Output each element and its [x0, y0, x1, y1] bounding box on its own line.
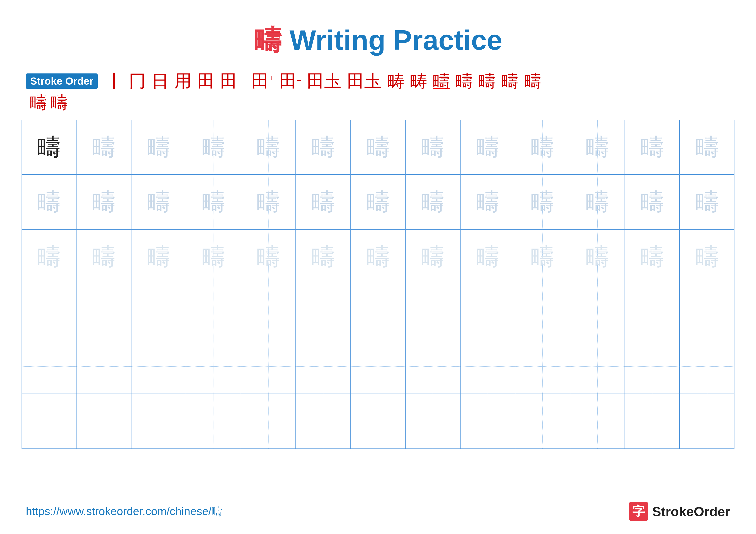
practice-char: 疇 [421, 131, 445, 163]
grid-cell[interactable] [351, 284, 405, 339]
grid-cell[interactable]: 疇 [515, 229, 570, 284]
grid-cell[interactable] [460, 394, 515, 448]
grid-cell[interactable]: 疇 [296, 229, 350, 284]
grid-cell[interactable] [515, 339, 570, 394]
grid-cell[interactable] [131, 339, 186, 394]
stroke-order-badge: Stroke Order [26, 73, 97, 89]
grid-cell[interactable] [680, 394, 734, 448]
practice-char: 疇 [695, 186, 719, 218]
grid-cell[interactable] [241, 339, 296, 394]
grid-cell[interactable] [186, 394, 241, 448]
grid-cell[interactable] [186, 339, 241, 394]
grid-cell[interactable] [680, 284, 734, 339]
grid-cell[interactable] [76, 284, 131, 339]
grid-cell[interactable]: 疇 [570, 174, 625, 229]
grid-cell[interactable] [76, 394, 131, 448]
grid-cell[interactable] [186, 284, 241, 339]
grid-cell[interactable] [625, 394, 680, 448]
grid-cell[interactable] [405, 394, 460, 448]
grid-cell[interactable]: 疇 [186, 174, 241, 229]
stroke-2: 冂 [129, 72, 146, 89]
grid-cell[interactable] [296, 394, 350, 448]
grid-cell[interactable]: 疇 [186, 229, 241, 284]
grid-cell[interactable] [351, 339, 405, 394]
grid-cell[interactable] [405, 284, 460, 339]
grid-cell[interactable]: 疇 [680, 229, 734, 284]
grid-cell[interactable]: 疇 [460, 229, 515, 284]
practice-char: 疇 [640, 131, 664, 163]
grid-cell[interactable] [76, 339, 131, 394]
grid-cell[interactable] [241, 284, 296, 339]
grid-cell[interactable]: 疇 [405, 120, 460, 174]
grid-cell[interactable] [21, 339, 76, 394]
stroke-7: 田+ [252, 72, 274, 89]
grid-cell[interactable]: 疇 [570, 229, 625, 284]
grid-cell[interactable]: 疇 [405, 174, 460, 229]
grid-cell[interactable]: 疇 [241, 120, 296, 174]
grid-cell[interactable] [296, 284, 350, 339]
grid-cell[interactable]: 疇 [515, 120, 570, 174]
grid-cell[interactable]: 疇 [76, 229, 131, 284]
stroke-19: 疇 [50, 94, 68, 111]
grid-cell[interactable]: 疇 [21, 229, 76, 284]
practice-char: 疇 [366, 241, 390, 273]
logo-icon: 字 [629, 502, 648, 521]
grid-cell[interactable] [515, 284, 570, 339]
grid-cell[interactable]: 疇 [76, 120, 131, 174]
grid-cell[interactable]: 疇 [460, 174, 515, 229]
practice-char: 疇 [366, 131, 390, 163]
grid-cell[interactable] [131, 284, 186, 339]
grid-cell[interactable]: 疇 [241, 229, 296, 284]
grid-cell[interactable]: 疇 [351, 174, 405, 229]
grid-cell[interactable]: 疇 [680, 120, 734, 174]
grid-cell[interactable] [405, 339, 460, 394]
grid-cell[interactable]: 疇 [131, 120, 186, 174]
footer-url[interactable]: https://www.strokeorder.com/chinese/疇 [26, 504, 223, 519]
grid-cell[interactable]: 疇 [570, 120, 625, 174]
grid-cell[interactable]: 疇 [625, 174, 680, 229]
grid-row-2: 疇 疇 疇 疇 疇 疇 疇 疇 疇 疇 疇 疇 疇 [21, 174, 735, 229]
grid-cell[interactable] [625, 339, 680, 394]
practice-char: 疇 [256, 131, 280, 163]
practice-char: 疇 [92, 131, 116, 163]
grid-cell[interactable]: 疇 [296, 120, 350, 174]
grid-cell[interactable] [625, 284, 680, 339]
grid-cell[interactable]: 疇 [76, 174, 131, 229]
grid-cell[interactable]: 疇 [625, 229, 680, 284]
grid-cell[interactable]: 疇 [21, 174, 76, 229]
grid-cell[interactable] [570, 394, 625, 448]
grid-cell[interactable]: 疇 [186, 120, 241, 174]
grid-cell[interactable] [241, 394, 296, 448]
stroke-15: 疇 [478, 72, 496, 89]
grid-cell[interactable]: 疇 [460, 120, 515, 174]
grid-cell[interactable]: 疇 [680, 174, 734, 229]
grid-cell[interactable]: 疇 [351, 229, 405, 284]
grid-cell[interactable] [460, 339, 515, 394]
grid-cell[interactable]: 疇 [351, 120, 405, 174]
grid-cell[interactable] [131, 394, 186, 448]
grid-cell[interactable] [515, 394, 570, 448]
stroke-1: 丨 [106, 72, 123, 89]
grid-cell[interactable]: 疇 [515, 174, 570, 229]
grid-cell[interactable] [21, 394, 76, 448]
grid-cell[interactable] [570, 284, 625, 339]
grid-cell[interactable] [296, 339, 350, 394]
grid-cell[interactable] [680, 339, 734, 394]
practice-char: 疇 [311, 241, 335, 273]
grid-cell[interactable] [351, 394, 405, 448]
grid-cell[interactable]: 疇 [131, 174, 186, 229]
grid-cell[interactable]: 疇 [296, 174, 350, 229]
grid-cell[interactable]: 疇 [21, 120, 76, 174]
practice-char: 疇 [37, 241, 61, 273]
grid-cell[interactable] [570, 339, 625, 394]
practice-char: 疇 [147, 131, 171, 163]
practice-char: 疇 [147, 241, 171, 273]
grid-cell[interactable] [460, 284, 515, 339]
grid-cell[interactable]: 疇 [405, 229, 460, 284]
grid-cell[interactable] [21, 284, 76, 339]
practice-grid-section: 疇 疇 疇 疇 疇 疇 疇 疇 疇 疇 疇 疇 疇 疇 疇 疇 疇 疇 疇 疇 … [0, 120, 756, 449]
grid-cell[interactable]: 疇 [625, 120, 680, 174]
grid-cell[interactable]: 疇 [241, 174, 296, 229]
grid-cell[interactable]: 疇 [131, 229, 186, 284]
practice-char: 疇 [311, 131, 335, 163]
